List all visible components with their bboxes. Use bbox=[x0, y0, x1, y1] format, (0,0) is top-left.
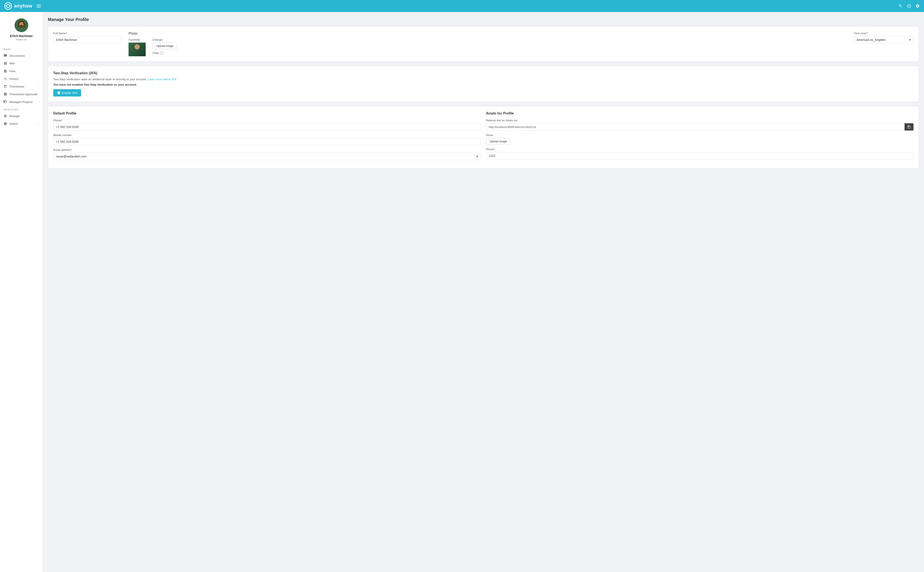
twofa-description: Two-Step Verification adds an additional… bbox=[53, 78, 913, 81]
gear-icon[interactable] bbox=[915, 4, 920, 8]
profile-card: Full Name* Photo Currently: bbox=[48, 26, 919, 62]
aviato-phone-label: Phone* bbox=[486, 148, 913, 151]
page-layout: Erlich Bachman Aviato Inc MAIN Discussio… bbox=[0, 12, 924, 572]
sidebar-item-manage[interactable]: Manage bbox=[0, 112, 43, 120]
photo-group: Photo Currently: Change: Upload Image bbox=[129, 32, 847, 56]
referral-input[interactable] bbox=[486, 123, 905, 131]
twofa-warning: You have not enabled Two-Step Verificati… bbox=[53, 83, 913, 86]
copy-icon bbox=[907, 125, 911, 129]
clear-label: Clear bbox=[152, 51, 159, 54]
timesheets-approvals-icon bbox=[3, 92, 7, 96]
photo-currently-label: Currently: bbox=[129, 38, 146, 41]
svg-rect-5 bbox=[18, 23, 19, 27]
sidebar-item-files[interactable]: Files bbox=[0, 67, 43, 75]
svg-point-9 bbox=[20, 24, 21, 24]
timesheets-icon bbox=[3, 84, 7, 89]
fullname-label: Full Name* bbox=[53, 32, 122, 35]
history-label: History bbox=[9, 77, 19, 81]
aviato-photo-group: Photo Upload Image bbox=[486, 134, 913, 145]
referral-group: Referral link for Aviato Inc bbox=[486, 119, 913, 131]
copy-referral-button[interactable] bbox=[905, 123, 913, 131]
page-title: Manage Your Profile bbox=[48, 17, 919, 22]
photo-currently-group: Currently: bbox=[129, 38, 146, 56]
timesheets-approvals-label: Timesheets Approvals bbox=[9, 93, 38, 96]
top-navigation: anyhow bbox=[0, 0, 924, 12]
user-name: Erlich Bachman bbox=[3, 34, 39, 38]
logo-icon bbox=[4, 2, 12, 10]
aviato-profile-section: Aviato Inc Profile Referral link for Avi… bbox=[486, 112, 913, 163]
history-icon bbox=[3, 77, 7, 81]
profiles-card: Default Profile Phone* Mobile number Ema… bbox=[48, 106, 919, 168]
aviato-section-label: AVIATO INC bbox=[0, 106, 43, 112]
timezone-group: Time zone* America/Los_Angeles America/N… bbox=[854, 32, 913, 44]
photo-change-label: Change: bbox=[152, 38, 177, 41]
wiki-icon bbox=[3, 61, 7, 65]
sidebar-item-switch[interactable]: Switch › bbox=[0, 120, 43, 127]
wiki-label: Wiki bbox=[9, 62, 15, 65]
logo: anyhow bbox=[4, 2, 32, 10]
profiles-grid: Default Profile Phone* Mobile number Ema… bbox=[53, 112, 913, 163]
default-mobile-group: Mobile number bbox=[53, 134, 481, 145]
default-profile-section: Default Profile Phone* Mobile number Ema… bbox=[53, 112, 481, 163]
main-content: Manage Your Profile Full Name* Photo Cur… bbox=[43, 12, 924, 572]
discussions-icon bbox=[3, 54, 7, 58]
twofa-card: Two-Step Verification (2FA) Two-Step Ver… bbox=[48, 66, 919, 102]
photo-change-group: Change: Upload Image Clear bbox=[152, 38, 177, 54]
fullname-input[interactable] bbox=[53, 36, 122, 44]
topnav-left: anyhow bbox=[4, 2, 42, 10]
referral-label: Referral link for Aviato Inc bbox=[486, 119, 913, 122]
switch-chevron: › bbox=[38, 123, 39, 125]
search-icon[interactable] bbox=[898, 4, 902, 8]
clear-group: Clear bbox=[152, 51, 177, 54]
default-mobile-input[interactable] bbox=[53, 138, 481, 145]
timesheets-chevron: › bbox=[38, 85, 39, 88]
aviato-photo-label: Photo bbox=[486, 134, 913, 137]
sidebar-user: Erlich Bachman Aviato Inc bbox=[0, 16, 43, 45]
svg-marker-2 bbox=[6, 5, 6, 7]
referral-input-wrap bbox=[486, 123, 913, 131]
default-phone-input[interactable] bbox=[53, 123, 481, 131]
avatar bbox=[14, 19, 28, 32]
shield-icon bbox=[57, 91, 60, 95]
manage-label: Manage bbox=[9, 115, 20, 118]
enable-2fa-button[interactable]: Enable 2FA bbox=[53, 89, 81, 96]
manage-icon bbox=[3, 114, 7, 118]
default-mobile-label: Mobile number bbox=[53, 134, 481, 137]
twofa-learn-more-link[interactable]: Learn more about 2FA bbox=[148, 78, 177, 81]
svg-point-8 bbox=[19, 25, 23, 28]
timesheets-label: Timesheets bbox=[9, 85, 24, 88]
sidebar-item-managed-projects[interactable]: Managed Projects › bbox=[0, 98, 43, 106]
managed-projects-label: Managed Projects bbox=[9, 100, 33, 104]
default-email-select[interactable]: oscar@netlandish.com bbox=[53, 153, 481, 160]
svg-point-10 bbox=[22, 24, 22, 24]
user-org: Aviato Inc bbox=[3, 38, 39, 41]
clock-icon[interactable] bbox=[907, 4, 911, 8]
sidebar-item-discussions[interactable]: Discussions bbox=[0, 52, 43, 59]
files-label: Files bbox=[9, 70, 16, 73]
app-name: anyhow bbox=[14, 3, 32, 9]
managed-projects-chevron: › bbox=[38, 101, 39, 103]
sidebar-item-wiki[interactable]: Wiki bbox=[0, 59, 43, 67]
sidebar-item-timesheets[interactable]: Timesheets › bbox=[0, 82, 43, 90]
managed-projects-icon bbox=[3, 100, 7, 104]
upload-image-button[interactable]: Upload Image bbox=[152, 43, 177, 49]
switch-icon bbox=[3, 122, 7, 126]
aviato-phone-input[interactable] bbox=[486, 152, 913, 159]
clear-checkbox[interactable] bbox=[160, 51, 163, 54]
default-profile-title: Default Profile bbox=[53, 112, 481, 115]
sidebar-item-history[interactable]: History bbox=[0, 75, 43, 82]
sidebar-item-timesheets-approvals[interactable]: Timesheets Approvals bbox=[0, 90, 43, 98]
svg-rect-6 bbox=[23, 23, 25, 27]
timezone-select[interactable]: America/Los_Angeles America/New_York Eur… bbox=[854, 36, 913, 44]
discussions-label: Discussions bbox=[9, 54, 25, 58]
sidebar: Erlich Bachman Aviato Inc MAIN Discussio… bbox=[0, 12, 43, 572]
default-phone-label: Phone* bbox=[53, 119, 481, 122]
timezone-label: Time zone* bbox=[854, 32, 913, 35]
aviato-upload-image-button[interactable]: Upload Image bbox=[486, 138, 510, 145]
hamburger-menu[interactable] bbox=[36, 4, 42, 8]
photo-main-label: Photo bbox=[129, 32, 847, 36]
avatar-image bbox=[14, 19, 28, 32]
enable-2fa-label: Enable 2FA bbox=[62, 91, 77, 95]
default-email-group: Email address* oscar@netlandish.com ▼ bbox=[53, 148, 481, 160]
twofa-desc-text: Two-Step Verification adds an additional… bbox=[53, 78, 147, 81]
